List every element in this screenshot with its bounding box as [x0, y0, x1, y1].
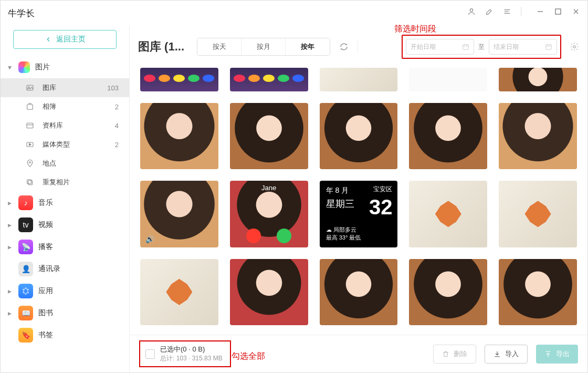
photo-thumb[interactable] [320, 259, 398, 325]
photo-thumb[interactable] [140, 103, 218, 169]
accept-icon [277, 229, 291, 243]
segment-month[interactable]: 按月 [242, 38, 286, 55]
nav-sub-library[interactable]: 图库 103 [1, 78, 129, 97]
delete-button[interactable]: 删除 [433, 345, 476, 364]
nav-sub-mediatypes[interactable]: 媒体类型 2 [1, 135, 129, 154]
nav-group-photos: ▾ 图片 图库 103 相簿 2 [1, 56, 129, 192]
import-button[interactable]: 导入 [485, 345, 528, 364]
photo-thumb[interactable] [230, 259, 308, 325]
edit-icon[interactable] [485, 7, 494, 16]
caret-right-icon: ▸ [8, 221, 13, 229]
caret-right-icon: ▸ [8, 309, 13, 317]
upload-icon [544, 350, 552, 358]
photo-thumb[interactable] [499, 181, 577, 247]
nav-parent-apps[interactable]: ▸ 应用 [1, 280, 129, 302]
apps-icon [18, 284, 33, 298]
maximize-button[interactable] [554, 7, 562, 16]
nav-parent-books[interactable]: ▸ 📖 图书 [1, 302, 129, 324]
nav-sub-albums[interactable]: 相簿 2 [1, 97, 129, 116]
refresh-button[interactable] [337, 39, 351, 54]
sidebar: 返回主页 ▾ 图片 图库 103 相簿 [1, 26, 130, 372]
nav-sub-datastore[interactable]: 资料库 4 [1, 116, 129, 135]
delete-label: 删除 [454, 349, 467, 359]
body: 返回主页 ▾ 图片 图库 103 相簿 [1, 26, 587, 372]
app-window: 筛选时间段 勾选全部 牛学长 返回主页 ▾ [0, 0, 588, 373]
photo-thumb[interactable] [140, 259, 218, 325]
photo-thumb[interactable] [499, 259, 577, 325]
photo-thumb[interactable] [320, 103, 398, 169]
nav-parent-music[interactable]: ▸ ♪ 音乐 [1, 192, 129, 214]
minimize-button[interactable] [536, 7, 544, 16]
books-icon: 📖 [18, 306, 33, 320]
nav-label-books: 图书 [38, 308, 53, 318]
photo-thumb[interactable] [230, 103, 308, 169]
segment-day[interactable]: 按天 [197, 38, 242, 55]
back-home-button[interactable]: 返回主页 [13, 30, 117, 49]
photo-thumb[interactable] [409, 181, 487, 247]
weather-month: 年 8 月 [326, 186, 349, 195]
photo-thumb[interactable] [140, 68, 218, 91]
total-count-label: 总计: 103 · 315.83 MB [160, 354, 223, 363]
segment-year[interactable]: 按年 [286, 38, 330, 55]
nav-parent-podcast[interactable]: ▸ 📡 播客 [1, 236, 129, 258]
nav-label-photos: 图片 [35, 63, 50, 72]
nav-parent-video[interactable]: ▸ tv 视频 [1, 214, 129, 236]
photo-grid-scroll[interactable]: 🔊 Jane 年 8 月 星期三 32 宝安区 ☁ 局部多云最高 33° 最低 [130, 63, 587, 335]
nav-label-apps: 应用 [38, 286, 53, 296]
photo-thumb[interactable] [499, 68, 577, 91]
svg-rect-8 [28, 181, 33, 185]
toolbar-divider [358, 40, 358, 53]
nav-label-video: 视频 [38, 220, 53, 230]
caret-right-icon: ▸ [8, 287, 13, 295]
calendar-icon [545, 43, 552, 50]
svg-rect-4 [27, 105, 33, 109]
photo-thumb[interactable] [409, 103, 487, 169]
export-button[interactable]: 导出 [536, 345, 578, 364]
nav-sub-duplicates[interactable]: 重复相片 [1, 173, 129, 192]
close-button[interactable] [572, 7, 580, 16]
photo-thumb[interactable] [409, 259, 487, 325]
photo-thumb[interactable]: 年 8 月 星期三 32 宝安区 ☁ 局部多云最高 33° 最低 [320, 181, 398, 247]
nav-parent-bookmarks[interactable]: 🔖 书签 [1, 324, 129, 346]
svg-rect-5 [27, 123, 33, 128]
photo-thumb[interactable] [320, 68, 398, 91]
svg-point-0 [470, 9, 472, 12]
nav-label-contacts: 通讯录 [38, 264, 60, 274]
decline-icon [246, 229, 261, 243]
settings-button[interactable] [570, 42, 579, 51]
weather-day: 星期三 [326, 198, 354, 210]
menu-icon[interactable] [503, 7, 511, 16]
photos-icon [18, 61, 30, 73]
user-icon[interactable] [467, 7, 476, 16]
photo-thumb[interactable] [409, 68, 487, 91]
titlebar-right [467, 7, 580, 16]
nav-label-music: 音乐 [38, 198, 53, 208]
toolbar: 图库 (1... 按天 按月 按年 开始日期 至 结束日期 [130, 31, 587, 63]
mediatypes-icon [26, 140, 35, 149]
window-controls [536, 7, 580, 16]
nav-parent-photos[interactable]: ▾ 图片 [1, 56, 129, 78]
caret-right-icon: ▸ [8, 243, 13, 251]
nav-sub-places[interactable]: 地点 [1, 154, 129, 173]
weather-temp: 32 [369, 195, 393, 219]
photo-thumb[interactable] [230, 68, 308, 91]
library-icon [26, 84, 35, 92]
trash-icon [442, 350, 449, 358]
date-start-input[interactable]: 开始日期 [406, 39, 474, 55]
photo-thumb[interactable] [499, 103, 577, 169]
photo-thumb[interactable]: 🔊 [140, 181, 218, 247]
date-end-input[interactable]: 结束日期 [489, 39, 557, 55]
photo-thumb[interactable]: Jane [230, 181, 308, 247]
music-icon: ♪ [18, 195, 33, 210]
select-all-checkbox[interactable] [145, 349, 155, 359]
caret-right-icon: ▸ [8, 199, 13, 207]
nav-sub-count: 2 [115, 103, 119, 111]
call-controls [230, 229, 308, 243]
nav-sub-label: 重复相片 [43, 178, 70, 187]
svg-point-7 [29, 162, 31, 163]
nav-sub-label: 图库 [43, 83, 56, 92]
weather-desc: ☁ 局部多云最高 33° 最低 [326, 226, 361, 242]
nav-parent-contacts[interactable]: 👤 通讯录 [1, 258, 129, 280]
download-icon [494, 350, 501, 358]
caret-down-icon: ▾ [8, 63, 13, 71]
